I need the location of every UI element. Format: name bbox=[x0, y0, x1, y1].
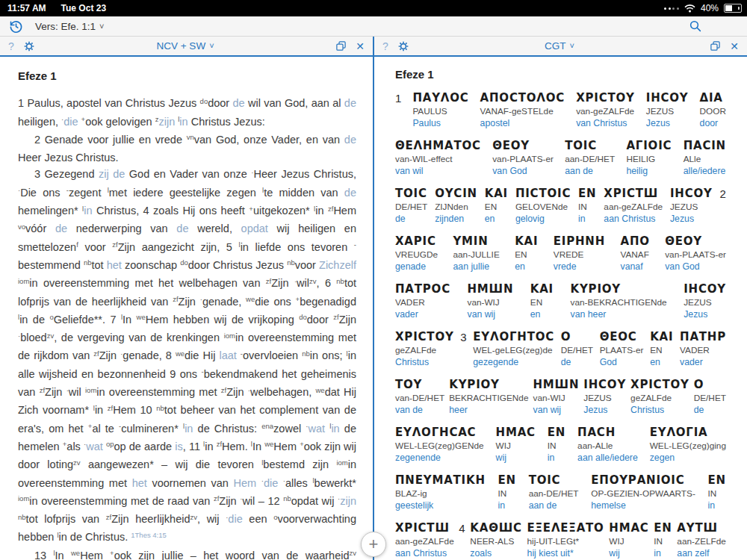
help-button[interactable]: ? bbox=[382, 40, 388, 52]
interlinear-word[interactable]: ΧΡΙCΤΟΥgeZALFdeChristus bbox=[630, 378, 689, 416]
word-run: opdat wij bbox=[291, 495, 338, 507]
interlinear-word[interactable]: ΟDE/HETde bbox=[694, 378, 726, 416]
interlinear-word[interactable]: ΕΝINin bbox=[654, 521, 672, 559]
verse-paragraph[interactable]: 13 lIn weHem +ook zijn jullie – het woor… bbox=[18, 547, 356, 560]
interlinear-word[interactable]: ΗΜШΝvan-WIJvan wij bbox=[533, 378, 579, 416]
interlinear-word[interactable]: ΙΗCΟΥJEZUSJezus bbox=[670, 187, 713, 225]
interlinear-word[interactable]: ΕΙΡΗΝΗVREDEvrede bbox=[554, 234, 605, 273]
interlinear-word[interactable]: ΕΝINin bbox=[498, 473, 515, 511]
superscript-marker: vo bbox=[18, 223, 25, 231]
highlighted-word: het bbox=[132, 477, 152, 489]
verse-paragraph[interactable]: 1 Paulus, apostel van Christus Jezus dod… bbox=[18, 95, 356, 131]
interlinear-word[interactable]: ΑΠΟVANAFvanaf bbox=[620, 234, 649, 273]
interlinear-word[interactable]: ΤΟΙCaan-DE/HETaan de bbox=[529, 473, 579, 511]
interlinear-word[interactable]: ΘΕΟΥvan-PLAATS-ervan God bbox=[492, 139, 554, 177]
word-run: Christus Jezus: bbox=[191, 116, 265, 128]
word-run: Zijn bbox=[339, 314, 356, 326]
interlinear-word[interactable]: ΕΥΛΟΓΗΤΟCWEL-geLEG(zeg)degezegende bbox=[473, 330, 554, 368]
dutch-gloss: de bbox=[561, 356, 593, 368]
concordant-gloss: IN bbox=[708, 488, 726, 500]
superscript-marker: iom bbox=[85, 386, 96, 394]
interlinear-word[interactable]: ΠΑCΗaan-ALleaan alle/iedere bbox=[577, 426, 638, 464]
word-run: door Christus Jezus bbox=[188, 259, 287, 271]
interlinear-word[interactable]: ΘΕΛΗΜΑΤΟCvan-WIL-effectvan wil bbox=[395, 139, 481, 177]
interlinear-word[interactable]: ΚΥΡΙΟΥBEKRACHTIGENdeheer bbox=[449, 378, 528, 416]
interlinear-word[interactable]: ΧΡΙCΤШaan-geZALFdeaan Christus bbox=[604, 187, 663, 225]
word-run: bestemd zijn bbox=[263, 458, 336, 470]
interlinear-word[interactable]: ΕΝINin bbox=[708, 473, 726, 511]
word-run: in bbox=[95, 404, 108, 416]
ncv-title-dropdown[interactable]: NCV + SW ˅ bbox=[44, 40, 326, 52]
help-button[interactable]: ? bbox=[8, 40, 14, 52]
interlinear-word[interactable]: ΧΑΡΙCVREUGDegenade bbox=[395, 234, 438, 273]
interlinear-word[interactable]: ΑΥΤШaan-ZELFdeaan zelf bbox=[677, 521, 726, 559]
interlinear-word[interactable]: ΧΡΙCΤΟΥvan-geZALFdevan Christus bbox=[576, 91, 635, 129]
add-pane-button[interactable]: + bbox=[361, 532, 386, 557]
word-run: aangewezen* – wij die tevoren bbox=[81, 458, 262, 470]
settings-button[interactable] bbox=[23, 40, 35, 52]
interlinear-word[interactable]: ΔΙΑDOORdoor bbox=[700, 91, 726, 129]
interlinear-word[interactable]: ΠΙCΤΟΙCGELOVENdegelovig bbox=[515, 187, 571, 225]
interlinear-word[interactable]: ΚΑΙENen bbox=[530, 282, 554, 320]
dutch-gloss: vader bbox=[395, 308, 450, 320]
word-run: begenadigd bbox=[300, 296, 356, 308]
search-button[interactable] bbox=[689, 19, 702, 33]
interlinear-word[interactable]: ΑΠΟCΤΟΛΟCVANAF-geSTELdeapostel bbox=[480, 91, 565, 129]
interlinear-word[interactable]: ΠΑΤΗΡVADERvader bbox=[680, 330, 726, 368]
dutch-gloss: hij kiest uit* bbox=[527, 547, 604, 559]
word-run: bewerkt* bbox=[314, 477, 356, 489]
interlinear-word[interactable]: ΙΗCΟΥJEZUSJezus bbox=[684, 282, 726, 320]
close-pane-button[interactable]: ✕ bbox=[730, 41, 739, 52]
interlinear-word[interactable]: ΠΝΕΥΜΑΤΙΚΗBLAZ-iggeestelijk bbox=[395, 473, 486, 511]
interlinear-word[interactable]: ΕΠΟΥΡΑΝΙΟΙCOP-GEZIEN-OPWAARTS-hemelse bbox=[591, 473, 695, 511]
word-run: 13 bbox=[34, 550, 53, 560]
interlinear-word[interactable]: ΗΜΑCWIJwij bbox=[496, 426, 536, 464]
interlinear-word[interactable]: ΤΟΥvan-DE/HETvan de bbox=[395, 378, 444, 416]
interlinear-word[interactable]: ΘΕΟCPLAATS-erGod bbox=[600, 330, 644, 368]
interlinear-word[interactable]: ΕΝINin bbox=[578, 187, 596, 225]
close-icon: ✕ bbox=[356, 41, 365, 52]
interlinear-word[interactable]: ΚΑΙENen bbox=[515, 234, 538, 273]
verse-paragraph[interactable]: 2 Genade voor jullie en vrede vnvan God,… bbox=[18, 131, 356, 167]
close-pane-button[interactable]: ✕ bbox=[356, 41, 365, 52]
interlinear-word[interactable]: ΤΟΙCaan-DE/HETaan de bbox=[565, 139, 615, 177]
word-run: Hem bbox=[80, 550, 110, 560]
interlinear-word[interactable]: ΤΟΙCDE/HETde bbox=[395, 187, 427, 225]
interlinear-word[interactable]: ΚΑΘШCNEER-ALSzoals bbox=[470, 521, 522, 559]
interlinear-word[interactable]: ΟDE/HETde bbox=[561, 330, 593, 368]
interlinear-word[interactable]: ΗΜΑCWIJwij bbox=[609, 521, 648, 559]
interlinear-word[interactable]: ΠΑΤΡΟCVADERvader bbox=[395, 282, 450, 320]
interlinear-word[interactable]: ΧΡΙCΤΟΥgeZALFdeChristus bbox=[395, 330, 454, 368]
interlinear-word[interactable]: ΑΓΙΟΙCHEILIGheilig bbox=[626, 139, 672, 177]
interlinear-word[interactable]: ΚΑΙENen bbox=[650, 330, 673, 368]
menu-button[interactable] bbox=[723, 21, 738, 32]
interlinear-word[interactable]: ΘΕΟΥvan-PLAATS-ervan God bbox=[665, 234, 726, 273]
interlinear-word[interactable]: ΧΡΙCΤШaan-geZALFdeaan Christus bbox=[395, 521, 454, 559]
interlinear-word[interactable]: ΠΑΥΛΟCPAULUSPaulus bbox=[412, 91, 468, 129]
greek-text: ΕΠΟΥΡΑΝΙΟΙC bbox=[591, 473, 695, 488]
concordant-gloss: IN bbox=[578, 201, 596, 213]
interlinear-word[interactable]: ΗΜШΝvan-WIJvan wij bbox=[467, 282, 513, 320]
superscript-marker: zf bbox=[217, 440, 222, 448]
interlinear-word[interactable]: ΚΥΡΙΟΥvan-BEKRACHTIGENdevan heer bbox=[571, 282, 667, 320]
superscript-marker: l bbox=[183, 422, 185, 430]
interlinear-word[interactable]: ΥΜΙΝaan-JULLIEaan jullie bbox=[453, 234, 499, 273]
verse-paragraph[interactable]: 3 Gezegend zij de God en Vader van onze … bbox=[18, 166, 356, 547]
duplicate-pane-button[interactable] bbox=[710, 40, 721, 52]
history-button[interactable] bbox=[9, 19, 23, 34]
interlinear-word[interactable]: ΕΥΛΟΓΗCΑCWEL-LEG(zeg)GENdezegenende bbox=[395, 426, 484, 464]
interlinear-word[interactable]: ΙΗCΟΥJEZUSJezus bbox=[583, 378, 626, 416]
interlinear-word[interactable]: ΕΥΛΟΓΙΑWEL-LEG(zeg)gingzegen bbox=[650, 426, 726, 464]
interlinear-word[interactable]: ΠΑCΙΝALlealle/iedere bbox=[684, 139, 726, 177]
interlinear-word[interactable]: ΚΑΙENen bbox=[485, 187, 508, 225]
cgt-title-dropdown[interactable]: CGT ˅ bbox=[418, 40, 701, 52]
interlinear-word[interactable]: ΙΗCΟΥJEZUSJezus bbox=[646, 91, 689, 129]
superscript-marker: l bbox=[251, 440, 252, 448]
duplicate-pane-button[interactable] bbox=[335, 40, 347, 52]
verse-selector[interactable]: Vers: Efe. 1:1 ˅ bbox=[35, 21, 104, 32]
settings-button[interactable] bbox=[397, 40, 409, 52]
interlinear-word[interactable]: ΕΞΕΛΕΞΑΤΟhij-UIT-LEGt*hij kiest uit* bbox=[527, 521, 604, 559]
greek-text: ΚΑΙ bbox=[650, 330, 673, 344]
interlinear-word[interactable]: ΕΝINin bbox=[548, 426, 565, 464]
interlinear-word[interactable]: ΟΥCΙΝZIJNdenzijnden bbox=[435, 187, 477, 225]
